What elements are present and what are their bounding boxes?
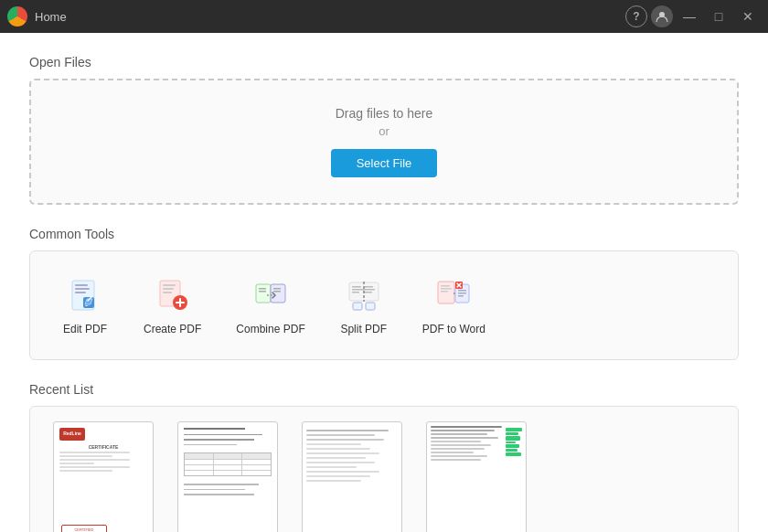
svg-rect-10 [163,292,172,293]
main-content: Open Files Drag files to here or Select … [0,33,768,532]
open-files-label: Open Files [29,55,739,69]
svg-rect-30 [438,282,454,303]
tool-edit-pdf[interactable]: Edit PDF [48,266,122,345]
maximize-button[interactable]: □ [706,6,731,27]
title-bar-right: ? — □ ✕ [625,5,761,27]
open-files-area: Drag files to here or Select File [29,79,739,205]
edit-pdf-icon [63,273,107,317]
pdf-to-word-icon [432,273,475,317]
svg-rect-40 [458,295,464,297]
app-logo [7,6,27,27]
recent-thumb-3 [426,421,527,532]
recent-list-label: Recent List [29,382,739,397]
svg-rect-23 [352,292,359,293]
svg-rect-26 [364,292,372,293]
combine-pdf-icon [249,273,293,317]
title-bar-left: Home [7,6,67,27]
pdf-to-word-label: PDF to Word [422,323,485,337]
svg-rect-18 [273,288,281,290]
svg-rect-22 [352,289,365,291]
recent-item-2[interactable]: geekersoft Price [297,421,407,532]
recent-container: RedLine CERTIFICATE [29,406,739,532]
svg-rect-8 [163,284,176,286]
or-text: or [49,124,719,138]
user-button[interactable] [651,5,673,27]
svg-rect-21 [352,286,361,288]
app-title: Home [35,10,67,24]
recent-thumb-2 [302,421,402,532]
recent-item-0[interactable]: RedLine CERTIFICATE [48,421,158,532]
svg-rect-33 [441,291,448,293]
title-bar: Home ? — □ ✕ [0,0,768,33]
edit-pdf-label: Edit PDF [63,323,107,337]
split-pdf-label: Split PDF [340,323,387,337]
common-tools-section: Common Tools Edit PDF [29,227,739,360]
svg-rect-19 [273,291,281,293]
recent-list-section: Recent List RedLine CERTIFICATE [29,382,739,532]
tools-container: Edit PDF Create PDF [29,250,739,360]
common-tools-label: Common Tools [29,227,739,241]
svg-rect-32 [441,288,452,290]
minimize-button[interactable]: — [677,6,702,27]
svg-rect-16 [259,291,266,293]
svg-rect-24 [364,286,373,288]
recent-item-1[interactable]: abc1 [173,421,283,532]
svg-rect-39 [458,293,466,294]
split-pdf-icon [342,273,386,317]
combine-pdf-label: Combine PDF [236,323,304,337]
recent-thumb-0: RedLine CERTIFICATE [53,421,154,532]
svg-rect-14 [256,284,271,303]
drag-text: Drag files to here [49,106,719,121]
tool-split-pdf[interactable]: Split PDF [327,266,400,345]
svg-rect-15 [259,288,266,290]
svg-rect-29 [366,303,375,310]
svg-rect-38 [458,290,466,292]
svg-rect-4 [75,292,86,293]
close-button[interactable]: ✕ [735,6,761,27]
svg-rect-3 [75,288,90,290]
svg-rect-28 [353,303,362,310]
tool-combine-pdf[interactable]: Combine PDF [223,266,317,345]
svg-rect-2 [75,284,88,286]
tool-pdf-to-word[interactable]: PDF to Word [410,266,498,345]
recent-thumb-1 [177,421,278,532]
svg-rect-31 [441,285,450,287]
help-button[interactable]: ? [625,5,647,27]
create-pdf-label: Create PDF [144,323,201,337]
recent-item-3[interactable]: Service Features – Best Data Recovery So… [421,421,531,532]
select-file-button[interactable]: Select File [331,149,438,177]
svg-rect-9 [163,288,174,290]
recent-grid: RedLine CERTIFICATE [48,421,720,532]
svg-rect-25 [364,289,375,291]
create-pdf-icon [151,273,195,317]
tool-create-pdf[interactable]: Create PDF [131,266,214,345]
